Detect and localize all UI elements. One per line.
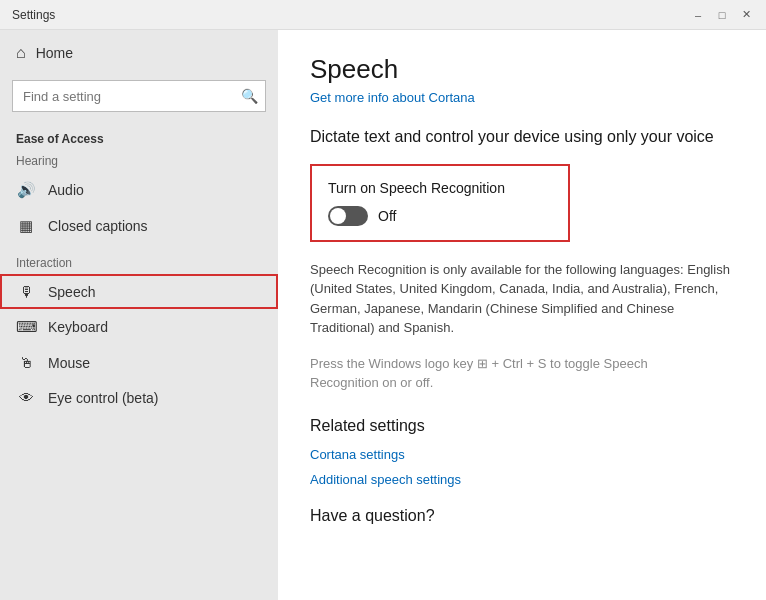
sidebar-item-closed-captions[interactable]: ▦ Closed captions [0,208,278,244]
content-panel: Speech Get more info about Cortana Dicta… [278,30,766,600]
minimize-button[interactable]: – [690,7,706,23]
section-title-ease-of-access: Ease of Access [0,124,278,150]
sidebar-closed-captions-label: Closed captions [48,218,148,234]
sidebar-item-home[interactable]: ⌂ Home [0,30,278,76]
cortana-info-link[interactable]: Get more info about Cortana [310,90,475,105]
sidebar: ⌂ Home 🔍 Ease of Access Hearing 🔊 Audio … [0,30,278,600]
keyboard-shortcut-hint: Press the Windows logo key ⊞ + Ctrl + S … [310,354,710,393]
toggle-state-label: Off [378,208,396,224]
additional-speech-link[interactable]: Additional speech settings [310,472,734,487]
toggle-knob [330,208,346,224]
sidebar-mouse-label: Mouse [48,355,90,371]
speech-icon: 🎙 [16,283,36,300]
dictate-heading: Dictate text and control your device usi… [310,127,734,148]
sidebar-audio-label: Audio [48,182,84,198]
speech-recognition-toggle[interactable] [328,206,368,226]
sidebar-speech-label: Speech [48,284,95,300]
maximize-button[interactable]: □ [714,7,730,23]
sidebar-item-mouse[interactable]: 🖱 Mouse [0,345,278,380]
closed-captions-icon: ▦ [16,217,36,235]
sidebar-eye-control-label: Eye control (beta) [48,390,159,406]
speech-recognition-description: Speech Recognition is only available for… [310,260,734,338]
sidebar-keyboard-label: Keyboard [48,319,108,335]
sidebar-item-audio[interactable]: 🔊 Audio [0,172,278,208]
close-button[interactable]: ✕ [738,7,754,23]
search-input[interactable] [12,80,266,112]
titlebar: Settings – □ ✕ [0,0,766,30]
main-container: ⌂ Home 🔍 Ease of Access Hearing 🔊 Audio … [0,30,766,600]
eye-control-icon: 👁 [16,389,36,406]
toggle-card-title: Turn on Speech Recognition [328,180,552,196]
sidebar-item-eye-control[interactable]: 👁 Eye control (beta) [0,380,278,415]
window-controls: – □ ✕ [690,7,754,23]
keyboard-icon: ⌨ [16,318,36,336]
cortana-settings-link[interactable]: Cortana settings [310,447,734,462]
sidebar-home-label: Home [36,45,73,61]
page-title: Speech [310,54,734,85]
search-icon: 🔍 [241,88,258,104]
search-box: 🔍 [12,80,266,112]
home-icon: ⌂ [16,44,26,62]
window-title: Settings [12,8,55,22]
sidebar-item-keyboard[interactable]: ⌨ Keyboard [0,309,278,345]
interaction-section-label: Interaction [0,244,278,274]
toggle-row: Off [328,206,552,226]
related-settings-heading: Related settings [310,417,734,435]
mouse-icon: 🖱 [16,354,36,371]
hearing-section-label: Hearing [0,150,278,172]
faq-heading: Have a question? [310,507,734,525]
sidebar-item-speech[interactable]: 🎙 Speech [0,274,278,309]
audio-icon: 🔊 [16,181,36,199]
speech-recognition-card: Turn on Speech Recognition Off [310,164,570,242]
